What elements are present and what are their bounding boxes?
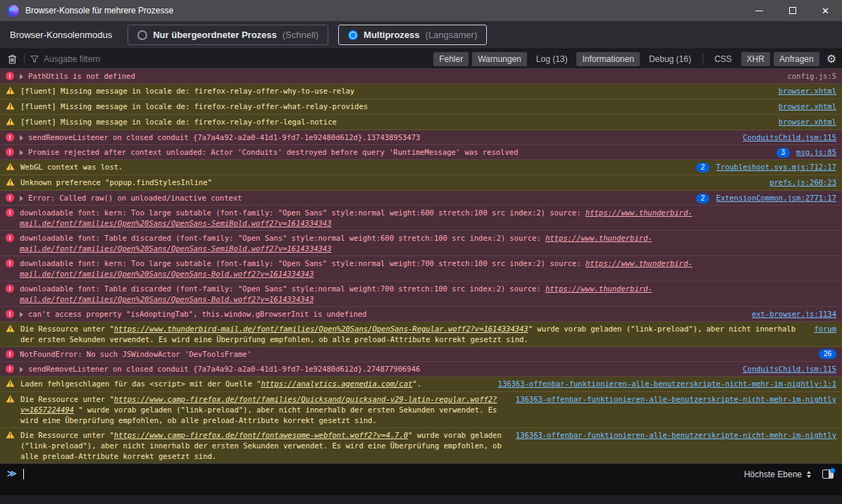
source-link[interactable]: ConduitsChild.jsm:115 bbox=[743, 132, 836, 143]
mode-option-multiprocess[interactable]: Multiprozess (Langsamer) bbox=[338, 25, 487, 45]
expand-arrow-icon[interactable] bbox=[20, 196, 23, 201]
window-title: Browser-Konsole für mehrere Prozesse bbox=[25, 6, 173, 15]
message-text-segment: downloadable font: Table discarded (font… bbox=[20, 284, 545, 293]
filter-button-warnungen[interactable]: Warnungen bbox=[472, 52, 527, 66]
filter-output-input[interactable] bbox=[44, 54, 428, 64]
console-input-area[interactable]: ≫ Höchste Ebene bbox=[0, 463, 842, 495]
expand-arrow-icon[interactable] bbox=[20, 74, 23, 80]
expand-arrow-icon[interactable] bbox=[20, 150, 23, 156]
source-link[interactable]: browser.xhtml bbox=[779, 101, 836, 112]
message-text: [fluent] Missing message in locale de: f… bbox=[20, 117, 770, 127]
expand-arrow-icon[interactable] bbox=[20, 135, 23, 141]
message-text-segment: ". bbox=[412, 379, 421, 388]
message-text: WebGL context was lost. bbox=[20, 162, 688, 172]
message-text: Die Ressource unter "https://www.thunder… bbox=[20, 324, 805, 345]
console-message: !Error: Called raw() on unloaded/inactiv… bbox=[0, 191, 842, 206]
maximize-icon bbox=[789, 7, 796, 14]
source-link[interactable]: prefs.js:260:23 bbox=[769, 177, 836, 188]
radio-icon[interactable] bbox=[137, 30, 147, 40]
source-link[interactable]: 136363-offenbar-funktionieren-alle-benut… bbox=[516, 394, 836, 405]
message-meta: 136363-offenbar-funktionieren-alle-benut… bbox=[516, 430, 836, 441]
message-meta: 2Troubleshoot.sys.mjs:712:17 bbox=[696, 162, 836, 172]
window-controls: ✕ bbox=[743, 0, 842, 21]
message-text-segment: sendRemoveListener on closed conduit {7a… bbox=[28, 133, 420, 141]
message-url-link[interactable]: https://www.camp-firefox.de/font/fontawe… bbox=[114, 431, 408, 439]
source-link[interactable]: forum bbox=[814, 324, 836, 334]
browser-console-window: Browser-Konsole für mehrere Prozesse ✕ B… bbox=[0, 0, 842, 504]
console-message: Die Ressource unter "https://www.thunder… bbox=[0, 322, 842, 347]
error-icon: ! bbox=[6, 310, 14, 318]
message-text: can't access property "isAdoptingTab", t… bbox=[28, 309, 743, 320]
message-text-segment: NotFoundError: No such JSWindowActor 'De… bbox=[20, 350, 252, 358]
message-text: Die Ressource unter "https://www.camp-fi… bbox=[20, 394, 507, 426]
filter-button-xhr[interactable]: XHR bbox=[741, 52, 770, 66]
console-mode-bar: Browser-Konsolenmodus Nur übergeordneter… bbox=[0, 21, 842, 49]
message-meta: forum bbox=[814, 324, 836, 334]
filter-button-debug-16-[interactable]: Debug (16) bbox=[643, 52, 697, 66]
filter-toolbar: FehlerWarnungenLog (13)InformationenDebu… bbox=[0, 49, 842, 69]
message-url-link[interactable]: https://analytics.agenedia.com/cat bbox=[261, 379, 412, 388]
repeat-badge: 2 bbox=[696, 163, 710, 172]
source-link[interactable]: 136363-offenbar-funktionieren-alle-benut… bbox=[498, 379, 836, 389]
close-button[interactable]: ✕ bbox=[809, 0, 842, 21]
filter-button-informationen[interactable]: Informationen bbox=[576, 52, 639, 66]
error-icon: ! bbox=[6, 284, 14, 293]
error-icon: ! bbox=[6, 350, 14, 358]
message-text: Promise rejected after context unloaded:… bbox=[28, 147, 768, 158]
repeat-badge: 26 bbox=[819, 349, 836, 359]
warning-icon bbox=[6, 178, 15, 189]
minimize-icon bbox=[755, 11, 763, 11]
funnel-icon bbox=[30, 55, 39, 63]
mode-option-parent-process[interactable]: Nur übergeordneter Prozess (Schnell) bbox=[128, 25, 328, 45]
content-filter-buttons: CSSXHRAnfragen bbox=[709, 52, 819, 66]
source-link[interactable]: ext-browser.js:1134 bbox=[752, 309, 836, 320]
minimize-button[interactable] bbox=[743, 0, 776, 21]
trash-icon bbox=[8, 54, 17, 64]
warning-icon bbox=[6, 395, 15, 405]
message-text: downloadable font: kern: Too large subta… bbox=[20, 258, 836, 279]
console-message: !NotFoundError: No such JSWindowActor 'D… bbox=[0, 347, 842, 362]
console-message: !can't access property "isAdoptingTab", … bbox=[0, 307, 842, 322]
text-cursor bbox=[23, 469, 24, 479]
filter-button-fehler[interactable]: Fehler bbox=[433, 52, 469, 66]
message-url-link[interactable]: https://www.thunderbird-mail.de/font/fam… bbox=[114, 325, 528, 333]
message-text: downloadable font: Table discarded (font… bbox=[20, 284, 836, 305]
expand-arrow-icon[interactable] bbox=[20, 367, 23, 372]
message-text: Laden fehlgeschlagen für das <script> mi… bbox=[20, 379, 490, 389]
firefox-nightly-logo-icon bbox=[7, 5, 19, 17]
source-link[interactable]: ExtensionCommon.jsm:2771:17 bbox=[716, 193, 836, 203]
gear-icon[interactable]: ⚙ bbox=[826, 53, 836, 65]
source-link[interactable]: msg.js:85 bbox=[796, 147, 836, 158]
message-text-segment: PathUtils is not defined bbox=[28, 72, 135, 80]
message-meta: browser.xhtml bbox=[779, 117, 836, 127]
console-message: [fluent] Missing message in locale de: f… bbox=[0, 84, 842, 99]
console-message: !PathUtils is not definedconfig.js:5 bbox=[0, 69, 842, 84]
error-icon: ! bbox=[6, 259, 14, 267]
message-meta: prefs.js:260:23 bbox=[769, 177, 836, 188]
maximize-button[interactable] bbox=[776, 0, 809, 21]
radio-icon[interactable] bbox=[348, 30, 358, 40]
filter-button-anfragen[interactable]: Anfragen bbox=[774, 52, 819, 66]
source-link[interactable]: 136363-offenbar-funktionieren-alle-benut… bbox=[516, 430, 836, 441]
expand-arrow-icon[interactable] bbox=[20, 312, 23, 317]
toolbar-separator bbox=[702, 53, 703, 65]
console-messages: !PathUtils is not definedconfig.js:5[flu… bbox=[0, 69, 842, 463]
filter-button-log-13-[interactable]: Log (13) bbox=[531, 52, 574, 66]
message-text: PathUtils is not defined bbox=[28, 71, 779, 82]
source-link[interactable]: Troubleshoot.sys.mjs:712:17 bbox=[716, 162, 836, 172]
evaluation-context-selector[interactable]: Höchste Ebene bbox=[744, 470, 811, 479]
filter-button-css[interactable]: CSS bbox=[709, 52, 738, 66]
titlebar: Browser-Konsole für mehrere Prozesse ✕ bbox=[0, 0, 842, 21]
console-mode-label: Browser-Konsolenmodus bbox=[10, 30, 112, 40]
message-text-segment: Die Ressource unter " bbox=[20, 395, 114, 403]
source-link[interactable]: browser.xhtml bbox=[779, 117, 836, 127]
source-link[interactable]: ConduitsChild.jsm:115 bbox=[743, 364, 836, 374]
console-message: !downloadable font: kern: Too large subt… bbox=[0, 256, 842, 282]
split-console-icon[interactable] bbox=[822, 470, 834, 479]
console-message: [fluent] Missing message in locale de: f… bbox=[0, 99, 842, 115]
source-location: config.js:5 bbox=[787, 71, 836, 82]
source-link[interactable]: browser.xhtml bbox=[779, 86, 836, 96]
error-icon: ! bbox=[6, 194, 14, 202]
clear-output-button[interactable] bbox=[6, 53, 18, 65]
console-message: !downloadable font: Table discarded (fon… bbox=[0, 282, 842, 307]
